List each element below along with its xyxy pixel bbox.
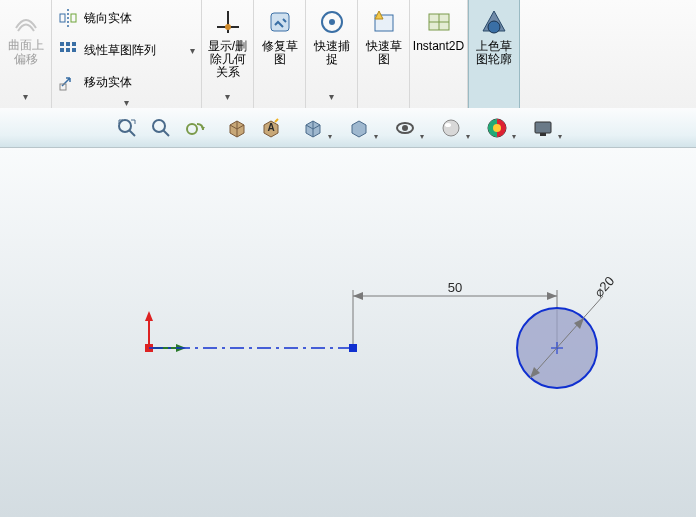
svg-marker-39 — [547, 292, 557, 300]
apply-scene-button[interactable] — [482, 113, 512, 143]
svg-rect-6 — [60, 48, 64, 52]
instant2d-button[interactable]: Instant2D — [410, 0, 468, 108]
zoom-to-area-button[interactable] — [146, 113, 176, 143]
quick-snap-icon — [316, 6, 348, 38]
svg-rect-33 — [535, 122, 551, 133]
previous-view-button[interactable] — [180, 113, 210, 143]
svg-marker-41 — [145, 311, 153, 321]
graphics-viewport[interactable]: 50 ⌀20 — [0, 148, 696, 517]
instant2d-label: Instant2D — [413, 40, 464, 53]
sketch-tools-group: 镜向实体 线性草图阵列 ▾ 移动实体 ▾ — [52, 0, 202, 108]
rapid-sketch-label: 快速草 图 — [366, 40, 402, 66]
linear-pattern-label: 线性草图阵列 — [84, 42, 156, 59]
svg-line-24 — [163, 130, 169, 136]
shade-sketch-contour-button[interactable]: 上色草 图轮廓 — [468, 0, 520, 108]
move-label: 移动实体 — [84, 74, 132, 91]
svg-marker-38 — [353, 292, 363, 300]
ribbon-spacer — [520, 0, 696, 108]
dropdown-caret[interactable]: ▾ — [328, 132, 332, 141]
move-entities-button[interactable]: 移动实体 — [52, 66, 201, 98]
svg-rect-3 — [60, 42, 64, 46]
view-orientation-button[interactable] — [298, 113, 328, 143]
svg-point-15 — [329, 19, 335, 25]
svg-rect-34 — [540, 133, 546, 136]
view-settings-button[interactable] — [528, 113, 558, 143]
svg-point-12 — [225, 24, 231, 30]
svg-point-32 — [493, 124, 501, 132]
display-delete-icon — [212, 6, 244, 38]
svg-point-29 — [443, 120, 459, 136]
dynamic-annotation-button[interactable]: A — [256, 113, 286, 143]
quick-snap-label: 快速捕 捉 — [314, 40, 350, 66]
svg-rect-7 — [66, 48, 70, 52]
dropdown-caret: ▾ — [23, 91, 28, 106]
sketch-canvas: 50 ⌀20 — [0, 148, 696, 517]
section-view-button[interactable] — [222, 113, 252, 143]
dropdown-caret[interactable]: ▾ — [558, 132, 562, 141]
svg-point-20 — [488, 21, 500, 33]
offset-surface-button: 曲面上 偏移 ▾ — [0, 0, 52, 108]
svg-rect-8 — [72, 48, 76, 52]
heads-up-toolbar: A ▾ ▾ ▾ ▾ ▾ ▾ — [0, 108, 696, 148]
rapid-sketch-icon — [368, 6, 400, 38]
rapid-sketch-button[interactable]: 快速草 图 — [358, 0, 410, 108]
dropdown-caret[interactable]: ▾ — [190, 45, 195, 56]
dropdown-caret[interactable]: ▾ — [512, 132, 516, 141]
edit-appearance-button[interactable] — [436, 113, 466, 143]
offset-surface-icon — [12, 8, 40, 36]
svg-rect-2 — [71, 14, 76, 22]
svg-rect-13 — [271, 13, 289, 31]
svg-point-28 — [402, 125, 408, 131]
repair-sketch-button[interactable]: 修复草 图 — [254, 0, 306, 108]
repair-sketch-label: 修复草 图 — [262, 40, 298, 66]
svg-rect-4 — [66, 42, 70, 46]
display-delete-relations-button[interactable]: 显示/删 除几何 关系 ▾ — [202, 0, 254, 108]
sketch-origin — [145, 311, 186, 352]
svg-line-22 — [129, 130, 135, 136]
shade-contour-label: 上色草 图轮廓 — [476, 40, 512, 66]
dropdown-caret[interactable]: ▾ — [466, 132, 470, 141]
shade-contour-icon — [478, 6, 510, 38]
svg-rect-5 — [72, 42, 76, 46]
ribbon: 曲面上 偏移 ▾ 镜向实体 线性草图阵列 ▾ 移动实体 — [0, 0, 696, 109]
linear-pattern-icon — [58, 40, 78, 60]
svg-rect-1 — [60, 14, 65, 22]
hide-show-items-button[interactable] — [390, 113, 420, 143]
zoom-to-fit-button[interactable] — [112, 113, 142, 143]
display-delete-label: 显示/删 除几何 关系 — [208, 40, 247, 79]
quick-snap-button[interactable]: 快速捕 捉 ▾ — [306, 0, 358, 108]
centerline-endpoint[interactable] — [349, 344, 357, 352]
dimension-horizontal-value: 50 — [448, 280, 462, 295]
repair-sketch-icon — [264, 6, 296, 38]
linear-pattern-button[interactable]: 线性草图阵列 ▾ — [52, 34, 201, 66]
svg-text:A: A — [267, 122, 274, 133]
display-style-button[interactable] — [344, 113, 374, 143]
instant2d-icon — [423, 6, 455, 38]
svg-point-30 — [445, 123, 451, 127]
dropdown-caret[interactable]: ▾ — [225, 91, 230, 106]
svg-point-25 — [187, 124, 197, 134]
group-dropdown-caret[interactable]: ▾ — [52, 98, 201, 106]
dropdown-caret[interactable]: ▾ — [329, 91, 334, 106]
move-icon — [58, 72, 78, 92]
mirror-icon — [58, 8, 78, 28]
mirror-label: 镜向实体 — [84, 10, 132, 27]
mirror-entities-button[interactable]: 镜向实体 — [52, 2, 201, 34]
dimension-diameter-value: ⌀20 — [591, 273, 617, 300]
dropdown-caret[interactable]: ▾ — [374, 132, 378, 141]
dropdown-caret[interactable]: ▾ — [420, 132, 424, 141]
offset-surface-label: 曲面上 偏移 — [6, 8, 46, 66]
